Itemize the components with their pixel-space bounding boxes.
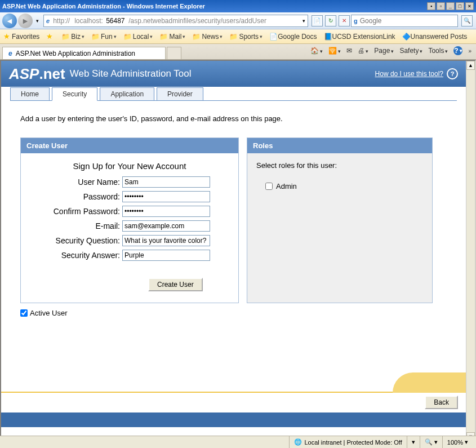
active-user-label: Active User bbox=[30, 309, 67, 317]
browser-tab-bar: ASP.Net Web Application Administration 🏠… bbox=[0, 44, 476, 60]
search-input[interactable] bbox=[360, 17, 455, 25]
google-icon: g bbox=[354, 17, 358, 24]
page-body: Add a user by entering the user's ID, pa… bbox=[1, 101, 466, 317]
create-user-button[interactable]: Create User bbox=[148, 278, 203, 291]
close-button[interactable]: × bbox=[465, 2, 474, 10]
admin-header: ASP.net Web Site Administration Tool How… bbox=[1, 61, 466, 87]
password-input[interactable] bbox=[122, 191, 210, 202]
role-admin-checkbox[interactable] bbox=[265, 183, 273, 190]
nav-toolbar: ◄ ► ▾ e ▾ 📄 ↻ ✕ g 🔍 bbox=[0, 12, 476, 29]
fav-folder-local[interactable]: Local bbox=[123, 33, 153, 41]
fav-folder-biz[interactable]: Biz bbox=[61, 33, 84, 41]
search-button[interactable]: 🔍 bbox=[461, 15, 473, 26]
window-titlebar: ASP.Net Web Application Administration -… bbox=[0, 0, 476, 12]
fav-folder-sports[interactable]: Sports bbox=[229, 33, 263, 41]
address-bar[interactable]: e ▾ bbox=[43, 15, 308, 27]
address-dropdown-icon[interactable]: ▾ bbox=[302, 18, 305, 24]
asp-logo: ASP.net bbox=[9, 65, 65, 83]
roles-instruction: Select roles for this user: bbox=[256, 161, 423, 170]
admin-tabs: Home Security Application Provider bbox=[1, 87, 466, 100]
window-title: ASP.Net Web Application Administration -… bbox=[2, 3, 205, 10]
print-menu-button[interactable]: 🖨 bbox=[358, 47, 368, 55]
globe-icon: 🌐 bbox=[294, 438, 302, 446]
minimize-button[interactable]: _ bbox=[446, 2, 455, 10]
tab-application[interactable]: Application bbox=[100, 87, 154, 101]
email-input[interactable] bbox=[122, 220, 210, 232]
fav-link-googledocs[interactable]: 📄 Google Docs bbox=[269, 33, 317, 41]
help-link[interactable]: How do I use this tool? bbox=[375, 70, 443, 78]
content-viewport: ASP.net Web Site Administration Tool How… bbox=[0, 60, 476, 442]
home-menu-button[interactable]: 🏠 bbox=[310, 47, 323, 55]
feeds-menu-button[interactable]: 🛜 bbox=[328, 47, 341, 55]
tab-home[interactable]: Home bbox=[10, 87, 50, 101]
safety-menu-button[interactable]: Safety bbox=[399, 47, 422, 55]
role-checkbox-row: Admin bbox=[265, 182, 423, 190]
tab-security[interactable]: Security bbox=[52, 87, 97, 101]
security-zone: 🌐 Local intranet | Protected Mode: Off bbox=[289, 436, 406, 448]
fav-folder-fun[interactable]: Fun bbox=[91, 33, 117, 41]
minimize-tray-button[interactable]: ▪ bbox=[427, 2, 435, 10]
active-user-row: Active User bbox=[20, 309, 456, 317]
create-user-panel-header: Create User bbox=[21, 138, 238, 153]
fav-folder-mail[interactable]: Mail bbox=[159, 33, 185, 41]
roles-panel: Roles Select roles for this user: Admin bbox=[247, 137, 433, 303]
search-box[interactable]: g bbox=[351, 15, 458, 27]
admin-title: Web Site Administration Tool bbox=[70, 68, 192, 79]
back-button[interactable]: Back bbox=[425, 396, 458, 409]
page-menu-button[interactable]: Page bbox=[374, 47, 394, 55]
favorites-button[interactable]: Favorites bbox=[3, 32, 39, 41]
username-input[interactable] bbox=[122, 176, 210, 188]
protected-mode-dropdown[interactable]: ▾ bbox=[407, 436, 420, 448]
zoom-dropdown[interactable]: 🔍 ▾ bbox=[420, 436, 442, 448]
new-tab-button[interactable] bbox=[167, 47, 181, 59]
command-bar: 🏠 🛜 ✉ 🖨 Page Safety Tools ? » bbox=[310, 46, 471, 55]
scroll-up-icon[interactable]: ▲ bbox=[466, 61, 475, 70]
url-protocol[interactable] bbox=[52, 15, 73, 26]
security-answer-label: Security Answer: bbox=[30, 251, 122, 260]
security-question-input[interactable] bbox=[122, 235, 210, 246]
security-question-label: Security Question: bbox=[30, 236, 122, 245]
zoom-level[interactable]: 100% ▾ bbox=[442, 436, 473, 448]
forward-nav-button[interactable]: ► bbox=[18, 14, 33, 28]
username-label: User Name: bbox=[30, 178, 122, 187]
active-user-checkbox[interactable] bbox=[20, 309, 28, 317]
tab-provider[interactable]: Provider bbox=[157, 87, 203, 101]
compat-view-button[interactable]: 📄 bbox=[312, 15, 323, 26]
footer-bar: Back bbox=[1, 392, 466, 412]
stop-button[interactable]: ✕ bbox=[339, 15, 350, 26]
create-user-panel: Create User Sign Up for Your New Account… bbox=[20, 137, 239, 303]
maximize-button[interactable]: □ bbox=[456, 2, 464, 10]
add-favorite-button[interactable] bbox=[46, 32, 55, 41]
vertical-scrollbar[interactable]: ▲ ▼ bbox=[466, 61, 475, 441]
ie-icon: e bbox=[46, 17, 50, 24]
browser-tab[interactable]: ASP.Net Web Application Administration bbox=[2, 47, 166, 59]
fav-link-unanswered[interactable]: 🔷 Unanswered Posts bbox=[402, 33, 468, 41]
fav-link-ucsd[interactable]: 📘 UCSD ExtensionLink bbox=[324, 33, 395, 41]
favorites-bar: Favorites Biz Fun Local Mail News Sports… bbox=[0, 29, 476, 44]
page-favicon-icon bbox=[8, 50, 16, 57]
url-port[interactable] bbox=[105, 15, 127, 26]
fav-folder-news[interactable]: News bbox=[192, 33, 223, 41]
password-label: Password: bbox=[30, 192, 122, 201]
footer-strip bbox=[1, 412, 466, 427]
signup-heading: Sign Up for Your New Account bbox=[30, 161, 229, 171]
email-label: E-mail: bbox=[30, 221, 122, 230]
confirm-password-label: Confirm Password: bbox=[30, 207, 122, 216]
roles-panel-header: Roles bbox=[247, 138, 432, 153]
nav-dropdown-icon[interactable]: ▾ bbox=[36, 18, 39, 24]
security-answer-input[interactable] bbox=[122, 250, 210, 261]
help-icon[interactable]: ? bbox=[447, 68, 458, 79]
url-path[interactable] bbox=[127, 15, 300, 26]
status-bar: 🌐 Local intranet | Protected Mode: Off ▾… bbox=[0, 436, 476, 448]
tab-title: ASP.Net Web Application Administration bbox=[16, 50, 135, 57]
confirm-password-input[interactable] bbox=[122, 206, 210, 217]
role-admin-label: Admin bbox=[276, 182, 297, 190]
mail-button[interactable]: ✉ bbox=[346, 47, 352, 55]
back-nav-button[interactable]: ◄ bbox=[2, 14, 17, 28]
refresh-button[interactable]: ↻ bbox=[325, 15, 336, 26]
restore-tray-button[interactable]: ▫ bbox=[437, 2, 445, 10]
tools-menu-button[interactable]: Tools bbox=[428, 47, 448, 55]
chevron-right-icon[interactable]: » bbox=[468, 48, 471, 54]
url-host[interactable] bbox=[73, 15, 105, 26]
help-menu-button[interactable]: ? bbox=[453, 46, 462, 55]
